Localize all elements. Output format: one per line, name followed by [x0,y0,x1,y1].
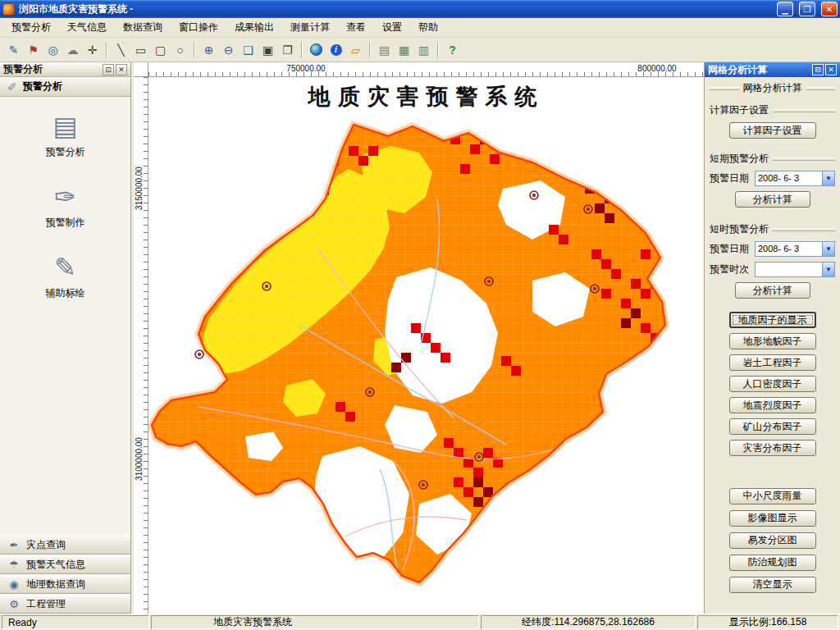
cloud-icon[interactable]: ☁ [63,40,82,59]
grid-analysis-panel: 网格分析计算 ⊡ ✕ 网格分析计算 计算因子设置 计算因子设置 短期预警分析 预… [704,62,840,614]
map-area: 750000.00 800000.00 3150000.00 3100000.0… [134,62,704,614]
status-scale: 显示比例:166.158 [697,615,838,629]
tool-warning-analysis[interactable]: ▤ 预警分析 [46,113,85,159]
zoom-in-icon[interactable]: ⊕ [199,40,218,59]
time-value [756,262,822,276]
prevention-plan-button[interactable]: 防治规划图 [729,555,816,571]
factor-geotech-button[interactable]: 岩土工程因子 [729,354,816,371]
zoom-window-icon[interactable]: ❑ [239,40,258,59]
close-panel-icon[interactable]: ✕ [825,64,837,75]
warning-analysis-panel: 预警分析 ⊡ ✕ ✐ 预警分析 ▤ 预警分析 ✑ 预警制作 ✎ 辅助标绘 ✒ [0,62,131,614]
toolbar-separator [106,42,107,58]
stamp-icon: ✐ [7,80,17,94]
app-icon [2,3,15,16]
rounded-rectangle-tool-icon[interactable]: ▢ [151,40,170,59]
rainfall-button[interactable]: 中小尺度雨量 [729,488,816,504]
toolbar-separator [194,42,195,58]
factor-population-button[interactable]: 人口密度因子 [729,376,816,392]
globe-sphere [310,43,322,56]
menu-data-query[interactable]: 数据查询 [115,17,171,38]
maximize-button[interactable]: ❐ [799,2,815,16]
title-bar: 浏阳市地质灾害预警系统 - ▁ ❐ ✕ [0,0,840,18]
map-canvas[interactable]: 地质灾害预警系统 [148,77,704,614]
print-icon[interactable]: ▦ [395,40,413,59]
clear-display-button[interactable]: 清空显示 [729,577,816,593]
factor-seismic-button[interactable]: 地震烈度因子 [729,397,816,413]
map-svg [148,77,704,614]
factor-geology-display-button[interactable]: 地质因子的显示 [729,312,816,328]
locate-icon[interactable]: ◎ [43,40,62,59]
factor-mine-button[interactable]: 矿山分布因子 [729,418,816,435]
factor-disaster-button[interactable]: 灾害分布因子 [729,440,816,456]
factor-terrain-button[interactable]: 地形地貌因子 [729,333,816,349]
tool-warning-production[interactable]: ✑ 预警制作 [46,184,85,230]
edit-icon[interactable]: ✎ [4,40,23,59]
nowcast-time-dropdown[interactable]: ▼ [755,262,835,277]
nowcast-time-row: 预警时次 ▼ [710,262,835,277]
ruler-left: 3150000.00 3100000.00 [134,77,148,614]
pan-icon[interactable]: ✛ [83,40,102,59]
help-icon[interactable]: ? [443,40,462,59]
nowcast-date-dropdown[interactable]: 2008- 6- 3 ▼ [755,241,835,257]
ruler-top: 750000.00 800000.00 [148,62,704,77]
toolbar-separator [437,42,439,58]
date-label: 预警日期 [710,242,749,256]
info-icon[interactable]: i [326,40,345,59]
menu-warning-analysis[interactable]: 预警分析 [3,17,59,38]
grid-analysis-heading: 网格分析计算 [710,81,835,95]
menu-window-ops[interactable]: 窗口操作 [171,17,226,38]
time-label: 预警时次 [710,262,749,276]
menu-help[interactable]: 帮助 [410,17,446,38]
line-tool-icon[interactable]: ╲ [112,40,130,59]
accordion-label: 工程管理 [26,597,66,611]
menu-weather-info[interactable]: 天气信息 [59,17,115,38]
auxiliary-plot-icon: ✎ [54,254,76,281]
globe-icon[interactable] [307,40,326,59]
pin-icon[interactable]: ⊡ [812,64,824,75]
section-warning-analysis[interactable]: ✐ 预警分析 [0,77,130,97]
window-title: 浏阳市地质灾害预警系统 - [19,2,771,16]
zoom-out-icon[interactable]: ⊖ [219,40,238,59]
short-term-date-row: 预警日期 2008- 6- 3 ▼ [710,171,835,186]
date-value: 2008- 6- 3 [756,171,822,185]
weather-icon: ☂ [7,559,21,571]
tool-label: 预警分析 [46,145,85,159]
close-panel-icon[interactable]: ✕ [116,64,127,75]
full-extent-icon[interactable]: ▣ [258,40,277,59]
close-button[interactable]: ✕ [821,2,838,16]
toolbar-separator [301,42,303,58]
menu-settings[interactable]: 设置 [374,17,410,38]
measure-icon[interactable]: ▱ [346,40,365,59]
tool-label: 预警制作 [46,216,85,230]
accordion-disaster-point-query[interactable]: ✒ 灾点查询 [0,535,130,555]
copy-view-icon[interactable]: ❐ [278,40,297,59]
susceptibility-button[interactable]: 易发分区图 [729,532,816,549]
factor-setting-button[interactable]: 计算因子设置 [729,122,816,139]
ellipse-tool-icon[interactable]: ○ [171,40,189,59]
tool-auxiliary-plot[interactable]: ✎ 辅助标绘 [46,254,85,300]
chevron-down-icon[interactable]: ▼ [822,242,834,256]
imagery-button[interactable]: 影像图显示 [729,510,816,527]
print-setup-icon[interactable]: ▥ [414,40,433,59]
rectangle-tool-icon[interactable]: ▭ [131,40,150,59]
ruler-top-label: 750000.00 [286,64,325,73]
accordion-geographic-data-query[interactable]: ◉ 地理数据查询 [0,574,130,594]
nowcast-analyze-button[interactable]: 分析计算 [735,282,810,299]
left-panel-title: 预警分析 [3,62,101,76]
print-preview-icon[interactable]: ▤ [375,40,394,59]
factor-button-list: 地质因子的显示 地形地貌因子 岩土工程因子 人口密度因子 地震烈度因子 矿山分布… [710,309,835,459]
short-term-date-dropdown[interactable]: 2008- 6- 3 ▼ [755,171,835,186]
chevron-down-icon[interactable]: ▼ [822,171,834,185]
chevron-down-icon[interactable]: ▼ [822,262,834,276]
short-term-analyze-button[interactable]: 分析计算 [735,191,810,208]
menu-measure-calc[interactable]: 测量计算 [282,17,338,38]
left-panel-header: 预警分析 ⊡ ✕ [0,62,130,77]
accordion-warning-weather-info[interactable]: ☂ 预警天气信息 [0,555,130,574]
menu-view[interactable]: 查看 [338,17,374,38]
minimize-button[interactable]: ▁ [777,2,793,16]
flag-icon[interactable]: ⚑ [24,40,43,59]
accordion-project-management[interactable]: ⚙ 工程管理 [0,594,130,614]
status-map-name: 地质灾害预警系统 [151,615,479,629]
menu-result-output[interactable]: 成果输出 [226,17,282,38]
pin-icon[interactable]: ⊡ [103,64,114,75]
